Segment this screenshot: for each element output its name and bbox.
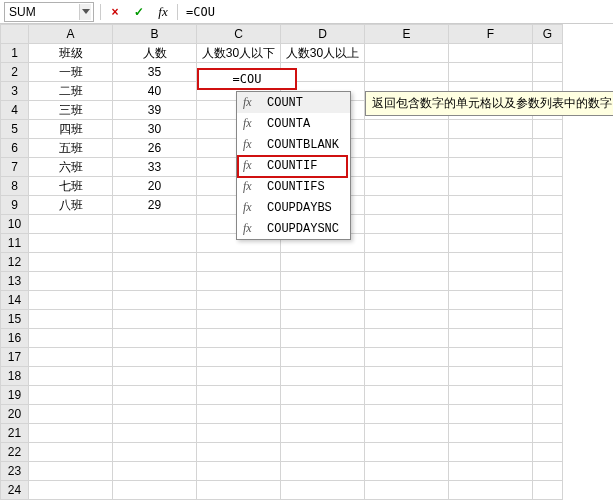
cell[interactable]: 五班 [29, 139, 113, 158]
cell[interactable]: 一班 [29, 63, 113, 82]
cell[interactable] [197, 443, 281, 462]
autocomplete-item[interactable]: fxCOUNT [237, 92, 350, 113]
cell[interactable] [533, 139, 563, 158]
cell[interactable] [29, 443, 113, 462]
col-header[interactable]: E [365, 25, 449, 44]
row-header[interactable]: 20 [1, 405, 29, 424]
cancel-button[interactable]: × [104, 2, 126, 22]
cell[interactable]: 七班 [29, 177, 113, 196]
cell[interactable] [533, 234, 563, 253]
cell[interactable] [281, 367, 365, 386]
cell[interactable] [113, 405, 197, 424]
row-header[interactable]: 19 [1, 386, 29, 405]
cell[interactable] [29, 215, 113, 234]
cell[interactable] [533, 63, 563, 82]
cell[interactable] [281, 272, 365, 291]
cell[interactable] [449, 462, 533, 481]
row-header[interactable]: 24 [1, 481, 29, 500]
cell[interactable] [281, 481, 365, 500]
cell[interactable] [281, 443, 365, 462]
cell[interactable] [449, 272, 533, 291]
formula-input[interactable] [180, 3, 613, 21]
cell[interactable] [113, 367, 197, 386]
cell[interactable] [29, 424, 113, 443]
cell[interactable] [533, 272, 563, 291]
cell[interactable] [113, 253, 197, 272]
cell[interactable] [365, 367, 449, 386]
cell[interactable] [449, 139, 533, 158]
cell[interactable] [197, 253, 281, 272]
cell[interactable] [365, 177, 449, 196]
cell[interactable] [533, 462, 563, 481]
col-header[interactable]: F [449, 25, 533, 44]
cell[interactable] [113, 234, 197, 253]
cell[interactable]: 35 [113, 63, 197, 82]
cell[interactable] [197, 424, 281, 443]
cell[interactable] [281, 405, 365, 424]
cell[interactable] [29, 481, 113, 500]
col-header[interactable]: D [281, 25, 365, 44]
cell[interactable] [281, 253, 365, 272]
cell[interactable] [449, 63, 533, 82]
cell[interactable] [197, 462, 281, 481]
cell[interactable]: 30 [113, 120, 197, 139]
cell[interactable] [197, 329, 281, 348]
cell[interactable] [533, 424, 563, 443]
cell[interactable]: 人数 [113, 44, 197, 63]
row-header[interactable]: 17 [1, 348, 29, 367]
cell[interactable] [533, 196, 563, 215]
cell[interactable] [533, 443, 563, 462]
row-header[interactable]: 16 [1, 329, 29, 348]
cell[interactable] [281, 462, 365, 481]
cell[interactable] [365, 272, 449, 291]
cell[interactable] [197, 367, 281, 386]
cell[interactable] [29, 462, 113, 481]
cell[interactable] [197, 386, 281, 405]
cell[interactable]: 六班 [29, 158, 113, 177]
cell[interactable] [449, 424, 533, 443]
cell[interactable] [113, 272, 197, 291]
cell[interactable]: 班级 [29, 44, 113, 63]
cell[interactable] [449, 481, 533, 500]
cell[interactable] [365, 139, 449, 158]
fx-button[interactable]: fx [152, 2, 174, 22]
row-header[interactable]: 5 [1, 120, 29, 139]
cell[interactable] [113, 386, 197, 405]
row-header[interactable]: 9 [1, 196, 29, 215]
cell[interactable] [113, 462, 197, 481]
cell[interactable] [113, 310, 197, 329]
cell[interactable] [113, 443, 197, 462]
cell[interactable] [29, 405, 113, 424]
cell[interactable]: 人数30人以下 [197, 44, 281, 63]
cell[interactable] [281, 386, 365, 405]
cell[interactable] [197, 348, 281, 367]
cell[interactable] [449, 177, 533, 196]
cell[interactable] [113, 215, 197, 234]
cell[interactable] [365, 424, 449, 443]
cell[interactable] [449, 158, 533, 177]
cell[interactable] [365, 63, 449, 82]
col-header[interactable]: C [197, 25, 281, 44]
cell[interactable] [449, 253, 533, 272]
cell[interactable] [365, 291, 449, 310]
cell[interactable] [281, 424, 365, 443]
cell[interactable]: 八班 [29, 196, 113, 215]
row-header[interactable]: 15 [1, 310, 29, 329]
cell[interactable] [281, 310, 365, 329]
cell[interactable] [29, 367, 113, 386]
cell[interactable] [197, 272, 281, 291]
cell[interactable]: 40 [113, 82, 197, 101]
cell[interactable] [281, 291, 365, 310]
cell[interactable] [365, 44, 449, 63]
col-header[interactable]: B [113, 25, 197, 44]
cell[interactable] [449, 215, 533, 234]
col-header[interactable]: A [29, 25, 113, 44]
row-header[interactable]: 3 [1, 82, 29, 101]
cell[interactable] [113, 329, 197, 348]
cell[interactable] [113, 348, 197, 367]
autocomplete-item[interactable]: fxCOUNTBLANK [237, 134, 350, 155]
cell[interactable] [113, 481, 197, 500]
row-header[interactable]: 8 [1, 177, 29, 196]
cell[interactable] [197, 310, 281, 329]
cell[interactable] [533, 158, 563, 177]
